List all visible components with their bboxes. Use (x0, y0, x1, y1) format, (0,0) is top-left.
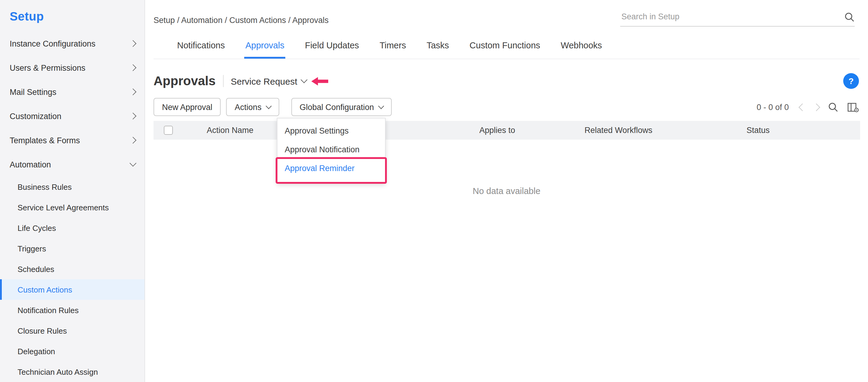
sidebar-item-instance-configurations[interactable]: Instance Configurations (0, 31, 145, 56)
title-divider (223, 75, 223, 87)
pagination-previous-icon[interactable] (799, 103, 806, 110)
sidebar-item-label: Mail Settings (10, 87, 57, 96)
select-all-checkbox[interactable] (164, 126, 173, 135)
sidebar-item-closure-rules[interactable]: Closure Rules (0, 320, 145, 341)
chevron-right-icon (130, 89, 136, 96)
sidebar-item-notification-rules[interactable]: Notification Rules (0, 300, 145, 320)
list-search-icon[interactable] (828, 102, 838, 112)
column-header-action-name: Action Name (207, 121, 254, 139)
main-content: Setup / Automation / Custom Actions / Ap… (145, 0, 868, 382)
chevron-down-icon (378, 103, 384, 109)
tab-label: Custom Functions (470, 40, 540, 50)
tab-field-updates[interactable]: Field Updates (304, 34, 360, 59)
tab-approvals[interactable]: Approvals (244, 34, 286, 59)
sidebar-item-mail-settings[interactable]: Mail Settings (0, 80, 145, 104)
sidebar-item-label: Automation (10, 160, 51, 169)
sidebar-item-delegation[interactable]: Delegation (0, 341, 145, 361)
sidebar-item-automation[interactable]: Automation (0, 152, 145, 177)
sidebar-item-custom-actions[interactable]: Custom Actions (0, 279, 145, 300)
toolbar: New Approval Actions Global Configuratio… (154, 98, 859, 116)
actions-dropdown-button[interactable]: Actions (226, 98, 279, 116)
page-title: Approvals (154, 74, 216, 88)
annotation-arrow-left-icon (311, 76, 328, 86)
sidebar-title: Setup (0, 0, 145, 31)
sidebar-item-label: Closure Rules (18, 326, 67, 335)
pagination-count: 0 - 0 of 0 (756, 102, 789, 112)
menu-item-label: Approval Notification (285, 145, 360, 154)
sidebar-item-label: Business Rules (18, 182, 72, 191)
sidebar-item-business-rules[interactable]: Business Rules (0, 177, 145, 197)
global-configuration-dropdown-button[interactable]: Global Configuration (291, 98, 392, 116)
sidebar-item-users-permissions[interactable]: Users & Permissions (0, 56, 145, 80)
column-chooser-icon[interactable] (847, 102, 859, 112)
global-configuration-label: Global Configuration (300, 102, 374, 112)
tab-webhooks[interactable]: Webhooks (559, 34, 603, 59)
sidebar-item-label: Triggers (18, 244, 46, 253)
tab-label: Webhooks (561, 40, 602, 50)
table-header: Action Name Applies to Related Workflows… (154, 121, 860, 139)
sidebar-item-label: Delegation (18, 347, 55, 356)
chevron-down-icon (130, 160, 136, 167)
tab-notifications[interactable]: Notifications (176, 34, 226, 59)
menu-item-label: Approval Reminder (285, 164, 354, 173)
tab-label: Tasks (427, 40, 449, 50)
sidebar-item-label: Customization (10, 112, 61, 121)
sidebar-item-label: Instance Configurations (10, 39, 95, 48)
tab-bar: Notifications Approvals Field Updates Ti… (154, 34, 860, 59)
sidebar-item-label: Notification Rules (18, 306, 79, 315)
actions-label: Actions (235, 102, 262, 112)
sidebar-item-customization[interactable]: Customization (0, 104, 145, 128)
new-approval-button[interactable]: New Approval (154, 98, 221, 116)
menu-item-approval-notification[interactable]: Approval Notification (277, 140, 385, 159)
sidebar-item-service-level-agreements[interactable]: Service Level Agreements (0, 197, 145, 218)
column-header-status: Status (746, 121, 770, 139)
sidebar-item-label: Service Level Agreements (18, 203, 109, 212)
tab-label: Notifications (177, 40, 225, 50)
sidebar-item-label: Life Cycles (18, 223, 56, 232)
menu-item-approval-settings[interactable]: Approval Settings (277, 122, 385, 140)
tab-label: Field Updates (305, 40, 359, 50)
search-input[interactable] (620, 12, 844, 24)
tab-label: Approvals (245, 40, 284, 50)
chevron-right-icon (130, 40, 136, 47)
tab-label: Timers (380, 40, 406, 50)
empty-state-text: No data available (145, 186, 868, 196)
sidebar-item-technician-auto-assign[interactable]: Technician Auto Assign (0, 361, 145, 382)
chevron-right-icon (130, 113, 136, 120)
module-selector-dropdown[interactable]: Service Request (230, 76, 306, 86)
setup-search (620, 10, 855, 27)
sidebar: Setup Instance Configurations Users & Pe… (0, 0, 145, 382)
chevron-right-icon (130, 137, 136, 144)
page-title-row: Approvals Service Request (154, 71, 328, 91)
help-button[interactable]: ? (843, 73, 859, 89)
sidebar-item-label: Templates & Forms (10, 136, 80, 145)
column-header-applies-to: Applies to (479, 121, 515, 139)
sidebar-item-label: Custom Actions (18, 285, 72, 294)
chevron-down-icon (301, 76, 307, 84)
tab-custom-functions[interactable]: Custom Functions (468, 34, 541, 59)
sidebar-item-label: Schedules (18, 264, 54, 274)
tab-tasks[interactable]: Tasks (425, 34, 450, 59)
chevron-down-icon (266, 103, 271, 109)
menu-item-label: Approval Settings (285, 126, 349, 135)
breadcrumb[interactable]: Setup / Automation / Custom Actions / Ap… (154, 16, 329, 25)
pagination-next-icon[interactable] (812, 103, 820, 110)
search-icon[interactable] (844, 12, 855, 22)
module-selector-label: Service Request (230, 76, 297, 86)
chevron-right-icon (130, 64, 136, 71)
sidebar-item-life-cycles[interactable]: Life Cycles (0, 218, 145, 238)
sidebar-item-triggers[interactable]: Triggers (0, 238, 145, 259)
menu-item-approval-reminder[interactable]: Approval Reminder (277, 159, 385, 178)
column-header-related-workflows: Related Workflows (585, 121, 652, 139)
sidebar-item-label: Technician Auto Assign (18, 367, 98, 376)
sidebar-item-templates-forms[interactable]: Templates & Forms (0, 128, 145, 152)
global-configuration-menu: Approval Settings Approval Notification … (277, 118, 385, 183)
sidebar-item-label: Users & Permissions (10, 63, 86, 72)
setup-page: Setup Instance Configurations Users & Pe… (0, 0, 868, 382)
new-approval-label: New Approval (162, 102, 213, 112)
sidebar-item-schedules[interactable]: Schedules (0, 259, 145, 279)
tab-timers[interactable]: Timers (378, 34, 407, 59)
